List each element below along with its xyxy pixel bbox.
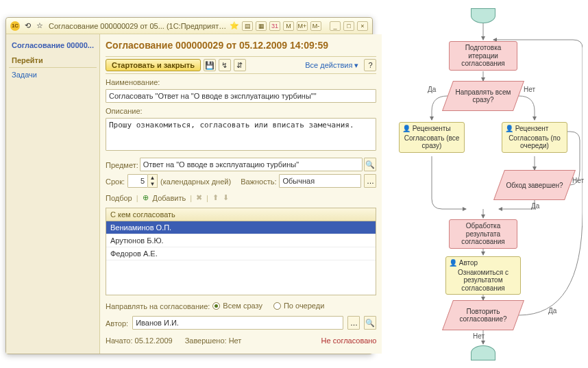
approvers-grid: С кем согласовать Вениаминов О.П. Арутюн… (106, 208, 376, 295)
started-value: 05.12.2009 (135, 336, 173, 345)
label-author: Автор: (106, 318, 128, 328)
term-unit: (календарных дней) (160, 176, 231, 186)
node-process-result: Обработка результата согласования (449, 219, 517, 249)
edge-no-2: Нет (572, 177, 584, 184)
author-select-button[interactable]: … (347, 316, 360, 330)
status-not-agreed: Не согласовано (321, 336, 377, 345)
maximize-button[interactable]: □ (343, 21, 354, 31)
importance-select-button[interactable]: … (364, 174, 376, 188)
start-and-close-button[interactable]: Стартовать и закрыть (106, 59, 201, 71)
term-input[interactable] (127, 174, 148, 188)
label-finished: Завершено: (185, 336, 227, 345)
page-title: Согласование 000000029 от 05.12.2009 14:… (106, 38, 376, 53)
decision-send-all: Направлять всем сразу? (448, 81, 519, 111)
select-button[interactable]: Подбор (106, 194, 132, 202)
label-send-as: Направлять на согласование: (106, 301, 210, 310)
label-importance: Важность: (241, 176, 276, 186)
edge-no-1: Нет (524, 86, 535, 93)
flowchart: Подготовка итерации согласования Направл… (384, 7, 583, 363)
grid-empty-area[interactable] (106, 260, 376, 295)
minimize-button[interactable]: _ (330, 21, 341, 31)
term-spinner[interactable]: ▲▼ (148, 174, 158, 188)
table-row[interactable]: Вениаминов О.П. (106, 221, 376, 234)
refresh-icon[interactable]: ↯ (219, 59, 231, 71)
start-terminal (471, 8, 495, 23)
all-actions-menu[interactable]: Все действия ▾ (305, 61, 358, 70)
approval-window: 1C ⟲ ☆ Согласование 000000029 от 05... (… (5, 17, 373, 354)
sidebar-title: Согласование 00000... (9, 38, 97, 53)
label-desc: Описание: (106, 106, 376, 115)
end-terminal (471, 345, 495, 360)
main-panel: Согласование 000000029 от 05.12.2009 14:… (100, 34, 382, 354)
command-bar: Стартовать и закрыть 💾 ↯ ⇵ Все действия … (106, 56, 376, 74)
sidebar: Согласование 00000... Перейти Задачи (6, 34, 100, 354)
sidebar-link-tasks[interactable]: Задачи (9, 68, 97, 82)
star2-icon[interactable]: ⭐ (230, 21, 239, 31)
task-reviewer-order: РецензентСогласовать (по очереди) (502, 122, 567, 153)
label-started: Начато: (106, 336, 133, 345)
add-icon[interactable]: ⊕ (143, 193, 149, 202)
label-name: Наименование: (106, 77, 376, 86)
back-icon[interactable]: ⟲ (23, 21, 32, 31)
author-lookup-icon[interactable]: 🔍 (364, 316, 376, 330)
name-input[interactable] (106, 89, 376, 103)
radio-in-order[interactable] (273, 302, 281, 310)
decision-loop-done: Обход завершен? (499, 170, 570, 200)
sidebar-section: Перейти (9, 53, 97, 68)
task-author-review: АвторОзнакомиться с результатом согласов… (445, 256, 521, 295)
grid-header: С кем согласовать (106, 208, 376, 221)
titlebar: 1C ⟲ ☆ Согласование 000000029 от 05... (… (6, 18, 372, 34)
add-button[interactable]: Добавить (153, 194, 186, 202)
description-input[interactable]: Прошу ознакомиться, согласовать или впис… (106, 118, 376, 151)
edge-yes-2: Да (531, 202, 539, 210)
importance-input[interactable] (279, 174, 361, 188)
label-term: Срок: (106, 176, 125, 186)
list-commands: Подбор | ⊕ Добавить | ✖ | ⬆ ⬇ (106, 191, 376, 205)
radio-in-order-label: По очереди (284, 302, 324, 310)
m-button[interactable]: M (283, 21, 294, 31)
label-subject: Предмет: (106, 160, 138, 169)
edge-yes-1: Да (428, 86, 436, 93)
delete-icon[interactable]: ✖ (196, 193, 202, 202)
app-1c-icon: 1C (10, 21, 20, 31)
move-down-icon[interactable]: ⬇ (223, 193, 229, 202)
tb-btn1[interactable]: ▤ (242, 21, 253, 31)
tb-btn2[interactable]: ▦ (256, 21, 267, 31)
mplus-button[interactable]: M+ (297, 21, 308, 31)
subject-lookup-icon[interactable]: 🔍 (364, 158, 376, 171)
window-title: Согласование 000000029 от 05... (1С:Пред… (47, 22, 227, 30)
save-icon[interactable]: 💾 (204, 59, 216, 71)
table-row[interactable]: Федоров А.Е. (106, 247, 376, 260)
help-icon[interactable]: ? (364, 59, 376, 71)
author-input[interactable] (132, 316, 343, 330)
node-prepare: Подготовка итерации согласования (449, 41, 517, 71)
tree-icon[interactable]: ⇵ (234, 59, 246, 71)
move-up-icon[interactable]: ⬆ (212, 193, 219, 202)
close-button[interactable]: × (357, 21, 368, 31)
subject-input[interactable] (140, 158, 363, 171)
mminus-button[interactable]: M- (310, 21, 321, 31)
edge-yes-3: Да (548, 307, 556, 315)
decision-repeat: Повторить согласование? (448, 300, 519, 330)
radio-all-at-once-label: Всем сразу (223, 302, 262, 310)
status-row: Начато: 05.12.2009 Завершено: Нет Не сог… (106, 332, 376, 345)
favorite-icon[interactable]: ☆ (35, 21, 45, 31)
radio-all-at-once[interactable] (212, 302, 220, 310)
table-row[interactable]: Арутюнов Б.Ю. (106, 234, 376, 247)
finished-value: Нет (229, 336, 242, 345)
date-icon[interactable]: 31 (269, 21, 280, 31)
edge-no-3: Нет (473, 332, 485, 340)
task-reviewers-all: РецензентыСогласовать (все сразу) (399, 122, 465, 153)
